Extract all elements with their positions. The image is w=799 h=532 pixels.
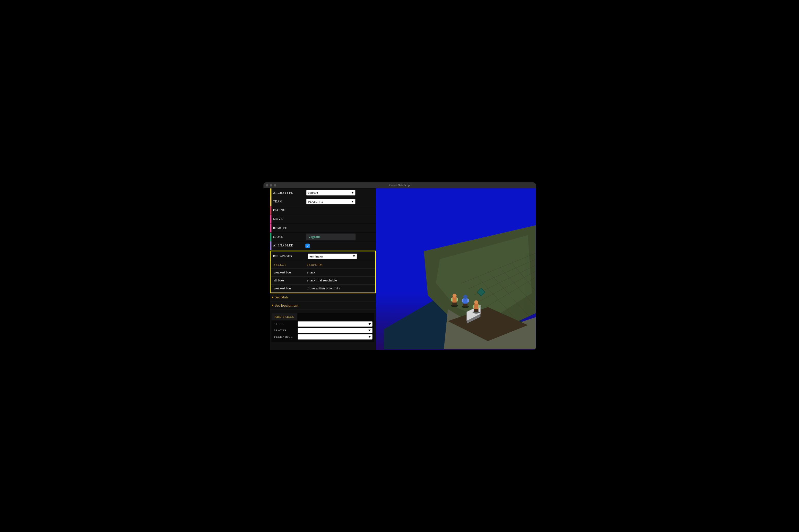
set-equipment-toggle[interactable]: Set Equipment: [270, 301, 376, 309]
set-stats-toggle[interactable]: Set Stats: [270, 293, 376, 301]
behaviour-table: SELECT PERFORM weakest foe attack all fo…: [271, 261, 375, 292]
cell-perform: move within proximity: [304, 284, 375, 292]
game-viewport[interactable]: [376, 188, 536, 350]
col-perform: PERFORM: [304, 261, 375, 268]
row-remove[interactable]: REMOVE: [270, 224, 376, 232]
spell-select[interactable]: [297, 321, 372, 327]
ai-enabled-label: AI ENABLED: [273, 244, 306, 247]
archetype-value: vagrant: [308, 191, 318, 194]
prayer-select[interactable]: [297, 327, 372, 333]
row-facing[interactable]: FACING: [270, 206, 376, 214]
chevron-down-icon: [353, 255, 355, 257]
row-ai-enabled: AI ENABLED: [270, 241, 376, 250]
row-spell: SPELL: [271, 320, 374, 327]
triangle-right-icon: [272, 296, 273, 298]
chevron-down-icon: [351, 192, 353, 193]
check-icon: [306, 244, 309, 247]
row-team: TEAM PLAYER_1: [270, 197, 376, 206]
app-window: Project GoldScript ARCHETYPE vagrant TEA…: [263, 182, 536, 349]
zoom-window-icon[interactable]: [274, 184, 276, 186]
add-skills-panel: ADD SKILLS SPELL PRAYER: [271, 313, 374, 342]
table-row[interactable]: weakest foe move within proximity: [271, 284, 375, 292]
chevron-down-icon: [368, 336, 371, 338]
panel-gutter: [263, 188, 270, 350]
team-select[interactable]: PLAYER_1: [306, 198, 355, 204]
minimize-window-icon[interactable]: [270, 184, 272, 186]
row-behaviour: BEHAVIOUR terminator: [271, 251, 375, 261]
chevron-down-icon: [368, 329, 371, 331]
cell-select: weakest foe: [271, 284, 304, 292]
terrain-svg: [376, 188, 536, 350]
behaviour-label: BEHAVIOUR: [273, 254, 308, 258]
titlebar: Project GoldScript: [263, 182, 536, 188]
technique-select[interactable]: [297, 334, 372, 340]
row-prayer: PRAYER: [271, 327, 374, 333]
facing-label: FACING: [273, 209, 306, 212]
chevron-down-icon: [368, 323, 371, 325]
row-technique: TECHNIQUE: [271, 333, 374, 340]
behaviour-select[interactable]: terminator: [308, 253, 357, 259]
name-input[interactable]: vagrant: [306, 233, 355, 240]
cell-select: all foes: [271, 276, 304, 284]
remove-label: REMOVE: [273, 226, 306, 229]
row-archetype: ARCHETYPE vagrant: [270, 188, 376, 197]
name-label: NAME: [273, 235, 306, 238]
col-select: SELECT: [271, 261, 304, 268]
add-skills-tab[interactable]: ADD SKILLS: [271, 313, 297, 320]
cell-perform: attack: [304, 268, 375, 276]
close-window-icon[interactable]: [266, 184, 268, 186]
name-value: vagrant: [309, 234, 320, 239]
triangle-right-icon: [272, 304, 273, 306]
set-stats-label: Set Stats: [274, 295, 288, 300]
team-label: TEAM: [273, 200, 306, 203]
chevron-down-icon: [351, 201, 353, 202]
table-row[interactable]: all foes attack first reachable: [271, 276, 375, 284]
spell-label: SPELL: [274, 322, 295, 325]
cell-select: weakest foe: [271, 268, 304, 276]
technique-label: TECHNIQUE: [274, 335, 295, 338]
row-move[interactable]: MOVE: [270, 215, 376, 224]
prayer-label: PRAYER: [274, 329, 295, 332]
behaviour-block: BEHAVIOUR terminator SELECT PERFORM: [270, 251, 376, 293]
window-title: Project GoldScript: [389, 184, 411, 187]
cell-perform: attack first reachable: [304, 276, 375, 284]
unit-sprite[interactable]: [450, 293, 459, 305]
ai-enabled-checkbox[interactable]: [305, 243, 310, 248]
unit-sprite[interactable]: [471, 300, 480, 312]
archetype-label: ARCHETYPE: [273, 191, 306, 194]
team-value: PLAYER_1: [308, 200, 323, 203]
set-equipment-label: Set Equipment: [274, 303, 298, 307]
move-label: MOVE: [273, 217, 306, 221]
unit-sprite[interactable]: [461, 294, 469, 306]
row-name: NAME vagrant: [270, 232, 376, 241]
behaviour-value: terminator: [309, 254, 323, 258]
isometric-scene: [376, 188, 536, 350]
inspector-panel: ARCHETYPE vagrant TEAM PLAYER_1: [263, 188, 376, 350]
archetype-select[interactable]: vagrant: [306, 190, 355, 195]
table-row[interactable]: weakest foe attack: [271, 268, 375, 276]
window-controls: [266, 184, 276, 186]
